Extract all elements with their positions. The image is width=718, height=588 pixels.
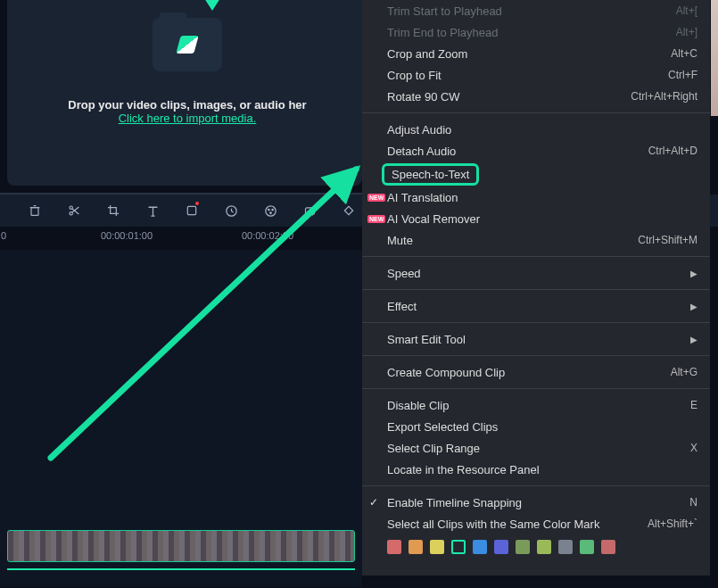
- menu-disable-clip[interactable]: Disable ClipE: [362, 394, 710, 416]
- menu-speech-to-text[interactable]: Speech-to-Text: [362, 161, 710, 186]
- svg-point-8: [269, 211, 270, 212]
- menu-adjust-audio[interactable]: Adjust Audio: [362, 119, 710, 140]
- color-swatch[interactable]: [409, 540, 423, 554]
- import-folder-icon: [153, 18, 222, 71]
- menu-effect[interactable]: Effect▶: [362, 295, 710, 317]
- ruler-tick: 00:00:02:00: [242, 230, 293, 241]
- menu-select-clip-range[interactable]: Select Clip RangeX: [362, 437, 710, 459]
- menu-select-same-color[interactable]: Select all Clips with the Same Color Mar…: [362, 513, 710, 534]
- color-swatch[interactable]: [430, 540, 444, 554]
- color-icon[interactable]: [262, 203, 278, 219]
- divider: [362, 322, 710, 323]
- context-menu: Trim Start to PlayheadAlt+[ Trim End to …: [362, 0, 710, 576]
- svg-point-6: [268, 209, 268, 210]
- menu-ai-vocal-remover[interactable]: NEWAI Vocal Remover: [362, 208, 710, 229]
- color-swatch[interactable]: [537, 540, 551, 554]
- keyframe-icon[interactable]: [341, 203, 357, 219]
- color-swatch[interactable]: [494, 540, 508, 554]
- chevron-right-icon: ▶: [690, 335, 697, 344]
- color-swatch[interactable]: [387, 540, 401, 554]
- menu-rotate[interactable]: Rotate 90 CWCtrl+Alt+Right: [362, 86, 710, 107]
- speed-icon[interactable]: [223, 203, 239, 219]
- svg-point-2: [70, 206, 72, 209]
- svg-rect-3: [187, 206, 195, 214]
- color-swatch[interactable]: [473, 540, 487, 554]
- clip-underline: [7, 568, 355, 570]
- square-icon[interactable]: [184, 203, 200, 219]
- menu-trim-start[interactable]: Trim Start to PlayheadAlt+[: [362, 0, 710, 21]
- divider: [362, 485, 710, 486]
- timeline[interactable]: [0, 250, 362, 587]
- drop-zone[interactable]: Drop your video clips, images, or audio …: [18, 0, 357, 125]
- new-badge: NEW: [367, 215, 385, 223]
- svg-point-1: [70, 212, 72, 215]
- text-icon[interactable]: [144, 203, 161, 219]
- check-icon: ✓: [369, 496, 378, 509]
- drop-text: Drop your video clips, images, or audio …: [18, 98, 357, 112]
- menu-timeline-snapping[interactable]: ✓Enable Timeline SnappingN: [362, 492, 710, 513]
- delete-icon[interactable]: [27, 203, 43, 219]
- svg-rect-0: [31, 208, 38, 216]
- color-swatch-active[interactable]: [451, 540, 466, 554]
- color-swatch[interactable]: [580, 540, 594, 554]
- svg-point-5: [265, 205, 275, 215]
- color-mark-row: [362, 534, 710, 559]
- divider: [362, 256, 710, 257]
- chevron-right-icon: ▶: [690, 302, 697, 311]
- svg-rect-9: [305, 207, 314, 213]
- menu-crop-zoom[interactable]: Crop and ZoomAlt+C: [362, 43, 710, 64]
- preview-edge: [711, 0, 718, 116]
- chevron-right-icon: ▶: [690, 269, 697, 278]
- menu-speed[interactable]: Speed▶: [362, 262, 710, 284]
- import-media-link[interactable]: Click here to import media.: [119, 112, 257, 125]
- divider: [362, 289, 710, 290]
- menu-locate-resource[interactable]: Locate in the Resource Panel: [362, 459, 710, 480]
- menu-ai-translation[interactable]: NEWAI Translation: [362, 186, 710, 208]
- menu-compound-clip[interactable]: Create Compound ClipAlt+G: [362, 361, 710, 383]
- effect-icon[interactable]: [301, 203, 318, 219]
- menu-mute[interactable]: MuteCtrl+Shift+M: [362, 229, 710, 251]
- color-swatch[interactable]: [601, 540, 615, 554]
- menu-smart-edit[interactable]: Smart Edit Tool▶: [362, 328, 710, 350]
- crop-icon[interactable]: [105, 203, 121, 219]
- color-swatch[interactable]: [558, 540, 573, 554]
- menu-crop-fit[interactable]: Crop to FitCtrl+F: [362, 64, 710, 86]
- divider: [362, 355, 710, 356]
- color-swatch[interactable]: [516, 540, 530, 554]
- divider: [362, 112, 710, 113]
- divider: [362, 388, 710, 389]
- new-badge: NEW: [367, 194, 385, 202]
- video-clip[interactable]: [7, 530, 355, 562]
- ruler-tick: 00:00:01:00: [101, 230, 153, 241]
- menu-detach-audio[interactable]: Detach AudioCtrl+Alt+D: [362, 140, 710, 161]
- scissors-icon[interactable]: [66, 203, 82, 219]
- menu-trim-end[interactable]: Trim End to PlayheadAlt+]: [362, 21, 710, 43]
- timeline-ruler[interactable]: 0 00:00:01:00 00:00:02:00: [0, 230, 362, 250]
- svg-point-7: [271, 209, 272, 210]
- menu-export-selected[interactable]: Export Selected Clips: [362, 416, 710, 437]
- ruler-tick: 0: [1, 230, 6, 241]
